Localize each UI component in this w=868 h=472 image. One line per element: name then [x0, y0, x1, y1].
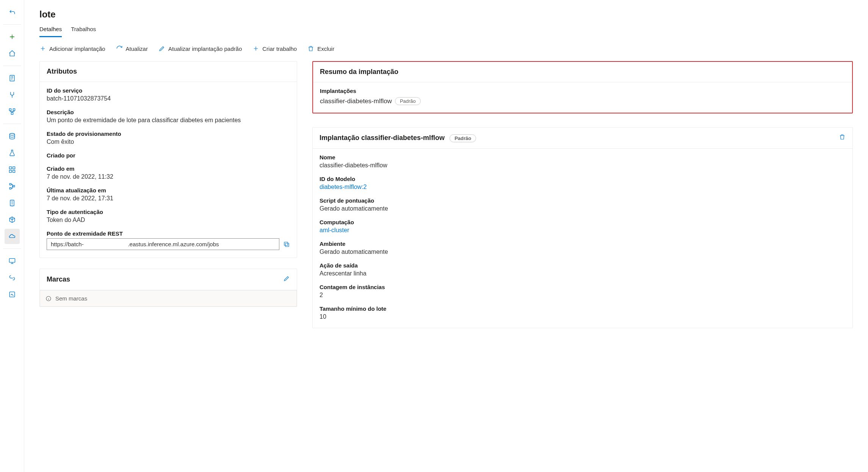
tags-panel: Marcas Sem marcas [39, 269, 297, 307]
environment-label: Ambiente [320, 241, 846, 247]
model-id-link[interactable]: diabetes-mlflow:2 [320, 184, 846, 190]
data-icon[interactable] [5, 129, 20, 144]
trash-icon [307, 45, 314, 52]
toolbar-label: Excluir [317, 46, 334, 52]
provisioning-state-value: Com êxito [47, 138, 290, 145]
svg-rect-9 [9, 184, 11, 185]
delete-deployment-button[interactable] [839, 134, 846, 142]
description-label: Descrição [47, 109, 290, 115]
svg-rect-15 [285, 243, 289, 247]
updated-on-value: 7 de nov. de 2022, 17:31 [47, 195, 290, 202]
auth-type-value: Token do AAD [47, 217, 290, 223]
copy-icon[interactable] [283, 241, 290, 248]
default-badge: Padrão [395, 97, 421, 105]
tags-panel-title: Marcas [47, 275, 70, 283]
refresh-button[interactable]: Atualizar [116, 45, 148, 52]
instance-count-label: Contagem de instâncias [320, 284, 846, 290]
attributes-panel-title: Atributos [40, 61, 297, 82]
service-id-label: ID do serviço [47, 87, 290, 94]
deployment-detail-panel: Implantação classifier-diabetes-mlflow P… [312, 127, 853, 328]
svg-rect-6 [13, 167, 15, 169]
tab-details[interactable]: Detalhes [39, 26, 62, 37]
deployment-detail-title-prefix: Implantação [320, 134, 359, 142]
svg-rect-2 [13, 109, 15, 111]
notebook-icon[interactable] [5, 71, 20, 86]
deployment-name-value: classifier-diabetes-mlflow [320, 162, 846, 169]
rest-endpoint-input[interactable] [47, 238, 279, 250]
refresh-icon [116, 45, 123, 52]
created-by-label: Criado por [47, 152, 290, 159]
environment-value: Gerado automaticamente [320, 249, 846, 255]
endpoint-icon[interactable] [5, 229, 20, 244]
svg-rect-10 [9, 187, 11, 189]
output-action-value: Acrescentar linha [320, 270, 846, 277]
experiment-icon[interactable] [5, 145, 20, 160]
environment-icon[interactable] [5, 195, 20, 211]
compute-icon[interactable] [5, 253, 20, 269]
tags-empty-text: Sem marcas [55, 295, 87, 302]
page-title: lote [39, 9, 853, 20]
toolbar-label: Atualizar [126, 46, 148, 52]
add-deployment-button[interactable]: Adicionar implantação [39, 45, 105, 52]
deployment-summary-panel: Resumo da implantação Implantações class… [312, 61, 853, 113]
automl-icon[interactable] [5, 87, 20, 102]
pencil-icon [158, 45, 165, 52]
instance-count-value: 2 [320, 292, 846, 299]
svg-rect-12 [10, 200, 14, 206]
deployment-summary-name: classifier-diabetes-mlflow [320, 98, 392, 105]
deployment-detail-title-name: classifier-diabetes-mlflow [361, 134, 445, 142]
create-job-button[interactable]: Criar trabalho [252, 45, 297, 52]
update-default-deployment-button[interactable]: Atualizar implantação padrão [158, 45, 242, 52]
back-icon[interactable] [5, 5, 20, 20]
svg-rect-0 [10, 76, 14, 81]
info-icon [45, 296, 52, 302]
scoring-script-label: Script de pontuação [320, 197, 846, 204]
delete-button[interactable]: Excluir [307, 45, 334, 52]
toolbar: Adicionar implantação Atualizar Atualiza… [39, 45, 853, 52]
sidebar-divider [3, 66, 21, 66]
tab-jobs[interactable]: Trabalhos [71, 26, 96, 37]
sidebar [0, 0, 24, 472]
toolbar-label: Atualizar implantação padrão [168, 46, 242, 52]
pipeline-jobs-icon[interactable] [5, 179, 20, 194]
main-content: lote Detalhes Trabalhos Adicionar implan… [24, 0, 868, 472]
description-value: Um ponto de extremidade de lote para cla… [47, 117, 290, 124]
auth-type-label: Tipo de autenticação [47, 209, 290, 215]
plus-icon [252, 45, 259, 52]
deployment-summary-title: Resumo da implantação [313, 62, 852, 82]
deployment-name-label: Nome [320, 154, 846, 160]
tags-empty-row: Sem marcas [40, 290, 297, 307]
svg-rect-8 [13, 170, 15, 173]
service-id-value: batch-11071032873754 [47, 95, 290, 102]
svg-rect-13 [9, 258, 15, 262]
svg-rect-16 [284, 242, 288, 245]
svg-rect-11 [13, 186, 14, 187]
mini-batch-size-label: Tamanho mínimo do lote [320, 305, 846, 312]
sidebar-divider [3, 24, 21, 25]
sidebar-divider [3, 249, 21, 249]
created-on-value: 7 de nov. de 2022, 11:32 [47, 173, 290, 180]
deployments-label: Implantações [320, 88, 845, 94]
linked-services-icon[interactable] [5, 270, 20, 285]
sidebar-divider [3, 124, 21, 124]
provisioning-state-label: Estado de provisionamento [47, 131, 290, 137]
svg-rect-5 [9, 167, 11, 169]
home-icon[interactable] [5, 46, 20, 61]
svg-rect-7 [9, 170, 11, 173]
compute-label: Computação [320, 219, 846, 225]
svg-point-4 [9, 134, 14, 135]
edit-tags-button[interactable] [283, 275, 290, 284]
model-icon[interactable] [5, 212, 20, 227]
svg-rect-1 [9, 109, 11, 111]
compute-link[interactable]: aml-cluster [320, 227, 846, 234]
toolbar-label: Criar trabalho [262, 46, 297, 52]
plus-icon [39, 45, 46, 52]
mini-batch-size-value: 10 [320, 313, 846, 320]
component-icon[interactable] [5, 162, 20, 177]
rest-endpoint-label: Ponto de extremidade REST [47, 230, 290, 237]
pipeline-icon[interactable] [5, 104, 20, 119]
svg-rect-3 [11, 113, 13, 115]
default-badge: Padrão [450, 134, 476, 142]
data-labeling-icon[interactable] [5, 287, 20, 302]
add-icon[interactable] [5, 29, 20, 44]
